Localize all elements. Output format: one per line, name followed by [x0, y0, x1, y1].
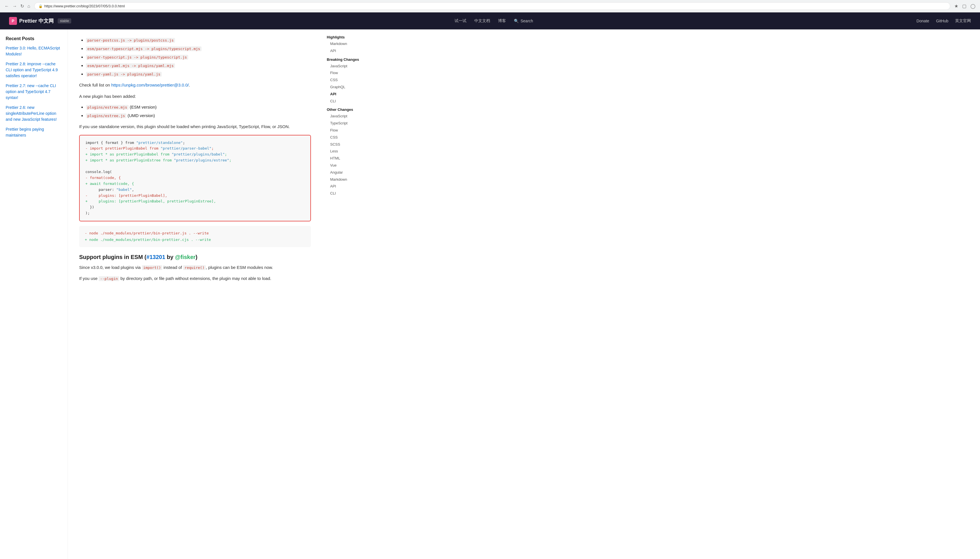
sidebar-post-5[interactable]: Prettier begins paying maintainers — [6, 126, 62, 138]
site-header: P Prettier 中文网 stable 试一试 中文文档 博客 🔍 Sear… — [0, 12, 980, 30]
code-line-7: + await format(code, { — [85, 181, 305, 187]
nav-docs[interactable]: 中文文档 — [474, 18, 490, 23]
reload-button[interactable]: ↻ — [19, 2, 25, 10]
profile-button[interactable]: ◯ — [969, 2, 977, 10]
toc-link-js-other[interactable]: JavaScript — [327, 113, 380, 120]
new-plugins-list: plugins/estree.mjs (ESM version) plugins… — [86, 104, 311, 119]
list-item: esm/parser-yaml.mjs -> plugins/yaml.mjs — [86, 62, 311, 69]
toc-link-flow-other[interactable]: Flow — [327, 127, 380, 134]
browser-chrome: ← → ↻ ⌂ 🔒 https://www.prettier.cn/blog/2… — [0, 0, 980, 12]
toc-link-markdown-other[interactable]: Markdown — [327, 176, 380, 183]
plugin-esm-note: (ESM version) — [130, 104, 157, 109]
code-line-10: + plugins: [prettierPluginBabel, prettie… — [85, 198, 305, 204]
nav-try[interactable]: 试一试 — [455, 18, 466, 23]
toc-link-css-breaking[interactable]: CSS — [327, 77, 380, 84]
code-line-6: - format(code, { — [85, 175, 305, 181]
issue-link[interactable]: #13201 — [147, 254, 165, 260]
site-logo[interactable]: P Prettier 中文网 — [9, 17, 54, 25]
toc-link-api-breaking[interactable]: API — [327, 91, 380, 98]
github-link[interactable]: GitHub — [936, 19, 948, 23]
diff-commands-block: - node ./node_modules/prettier/bin-prett… — [79, 226, 311, 247]
code-line-4: + import * as prettierPluginEstree from … — [85, 157, 305, 164]
check-full-list: Check full list on https://unpkg.com/bro… — [79, 81, 311, 89]
diff-cmd-2: + node ./node_modules/prettier/bin-prett… — [85, 237, 305, 243]
address-bar[interactable]: 🔒 https://www.prettier.cn/blog/2023/07/0… — [34, 2, 950, 10]
toc-breaking: Breaking Changes JavaScript Flow CSS Gra… — [327, 58, 380, 105]
toc-group-highlights: Highlights — [327, 35, 380, 39]
esm-text: Since v3.0.0, we load plugins via import… — [79, 264, 311, 271]
toc-group-breaking: Breaking Changes — [327, 58, 380, 62]
new-plugin-text: A new plugin has been added: — [79, 93, 311, 100]
list-item: plugins/estree.mjs (ESM version) — [86, 104, 311, 111]
toc-link-cli-other[interactable]: CLI — [327, 190, 380, 197]
check-full-list-text: Check full list on — [79, 83, 111, 88]
toc-link-vue-other[interactable]: Vue — [327, 162, 380, 169]
site-nav: 试一试 中文文档 博客 🔍 Search — [455, 18, 533, 23]
sidebar-post-2[interactable]: Prettier 2.8: improve --cache CLI option… — [6, 61, 62, 79]
toc-link-graphql-breaking[interactable]: GraphQL — [327, 84, 380, 91]
code-line-8: parser: "babel", — [85, 187, 305, 193]
toc-other: Other Changes JavaScript TypeScript Flow… — [327, 108, 380, 197]
code-line-2: - import prettierPluginBabel from "prett… — [85, 146, 305, 152]
highlighted-code-block: import { format } from "prettier/standal… — [79, 135, 311, 222]
donate-link[interactable]: Donate — [916, 19, 929, 23]
page-layout: Recent Posts Prettier 3.0: Hello, ECMASc… — [0, 30, 980, 559]
toc-link-html-other[interactable]: HTML — [327, 155, 380, 162]
sidebar-post-1[interactable]: Prettier 3.0: Hello, ECMAScript Modules! — [6, 45, 62, 57]
bookmark-button[interactable]: ★ — [953, 2, 959, 10]
list-item: plugins/estree.js (UMD version) — [86, 112, 311, 119]
recent-posts-title: Recent Posts — [6, 36, 62, 41]
esm-code1: import() — [142, 265, 163, 270]
toc-link-less-other[interactable]: Less — [327, 148, 380, 155]
search-icon: 🔍 — [514, 19, 519, 23]
right-sidebar: Highlights Markdown API Breaking Changes… — [322, 30, 384, 559]
toc-link-ts-other[interactable]: TypeScript — [327, 120, 380, 127]
forward-button[interactable]: → — [11, 3, 18, 10]
lang-link[interactable]: 英文官网 — [955, 18, 971, 23]
main-content: parser-postcss.js -> plugins/postcss.js … — [68, 30, 322, 559]
browser-nav-buttons: ← → ↻ ⌂ — [3, 2, 31, 10]
code-line-9: - plugins: [prettierPluginBabel], — [85, 193, 305, 199]
toc-link-api-other[interactable]: API — [327, 183, 380, 190]
toc-link-markdown-highlights[interactable]: Markdown — [327, 40, 380, 48]
code-parser-3: parser-typescript.js -> plugins/typescri… — [86, 55, 188, 60]
browser-actions: ★ ▢ ◯ — [953, 2, 977, 10]
toc-link-scss-other[interactable]: SCSS — [327, 141, 380, 148]
header-left: P Prettier 中文网 stable — [9, 17, 71, 25]
toc-link-flow-breaking[interactable]: Flow — [327, 69, 380, 77]
plugin-path-text: If you use --plugin by directory path, o… — [79, 275, 311, 282]
code-parser-4: esm/parser-yaml.mjs -> plugins/yaml.mjs — [86, 63, 175, 68]
plugin-esm-code: plugins/estree.mjs — [86, 105, 129, 110]
parsers-list: parser-postcss.js -> plugins/postcss.js … — [86, 37, 311, 78]
toc-link-api-highlights[interactable]: API — [327, 48, 380, 55]
plugin-code1: --plugin — [99, 276, 119, 281]
toc-link-angular-other[interactable]: Angular — [327, 169, 380, 176]
list-item: parser-postcss.js -> plugins/postcss.js — [86, 37, 311, 43]
list-item: parser-yaml.js -> plugins/yaml.js — [86, 71, 311, 78]
left-sidebar: Recent Posts Prettier 3.0: Hello, ECMASc… — [0, 30, 68, 559]
nav-blog[interactable]: 博客 — [498, 18, 506, 23]
plugin-umd-note: (UMD version) — [127, 113, 155, 118]
code-line-11: }) — [85, 204, 305, 210]
extensions-button[interactable]: ▢ — [961, 2, 968, 10]
back-button[interactable]: ← — [3, 3, 10, 10]
toc-group-other: Other Changes — [327, 108, 380, 112]
sidebar-post-4[interactable]: Prettier 2.6: new singleAttributePerLine… — [6, 104, 62, 122]
toc-link-cli-breaking[interactable]: CLI — [327, 98, 380, 105]
sidebar-post-3[interactable]: Prettier 2.7: new --cache CLI option and… — [6, 83, 62, 101]
stable-badge: stable — [58, 18, 71, 23]
author-link[interactable]: @fisker — [175, 254, 196, 260]
code-line-3: + import * as prettierPluginBabel from "… — [85, 152, 305, 157]
toc-link-js-breaking[interactable]: JavaScript — [327, 63, 380, 70]
standalone-text: If you use standalone version, this plug… — [79, 123, 311, 131]
code-line-5: console.log( — [85, 169, 305, 175]
code-parser-1: parser-postcss.js -> plugins/postcss.js — [86, 38, 175, 43]
home-button[interactable]: ⌂ — [26, 3, 31, 10]
logo-icon: P — [9, 17, 17, 25]
unpkg-link[interactable]: https://unpkg.com/browse/prettier@3.0.0/ — [111, 83, 189, 88]
search-button[interactable]: 🔍 Search — [514, 19, 533, 23]
toc-link-css-other[interactable]: CSS — [327, 134, 380, 141]
plugin-umd-code: plugins/estree.js — [86, 113, 126, 118]
code-line-1: import { format } from "prettier/standal… — [85, 140, 305, 146]
code-line-12: ); — [85, 210, 305, 216]
